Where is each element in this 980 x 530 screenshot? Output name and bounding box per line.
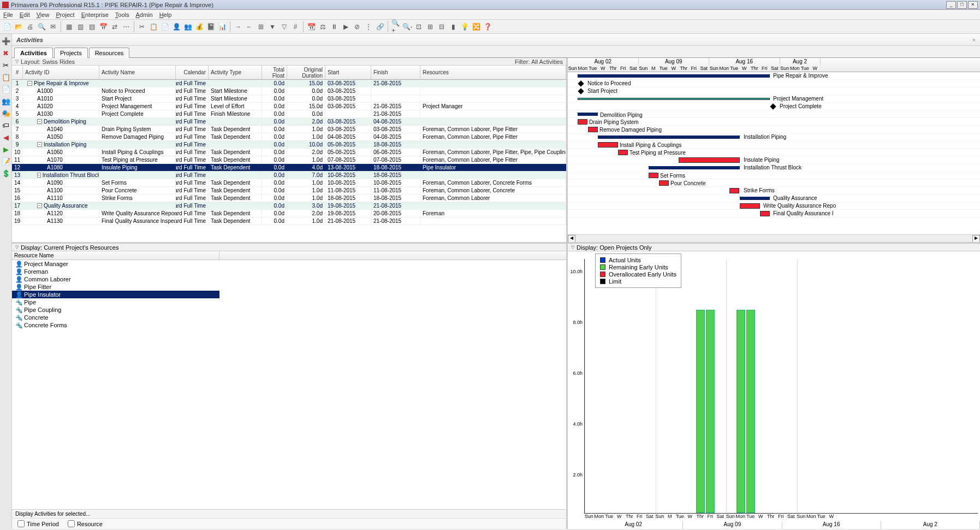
gantt-bar[interactable]: Demolition Piping (578, 113, 598, 116)
notebook-icon[interactable]: 📓 (206, 22, 216, 32)
activity-row[interactable]: 10A1060Install Piping & Couplingsndard F… (12, 149, 566, 156)
menu-help[interactable]: Help (159, 11, 172, 18)
dissolve-icon[interactable]: ⊘ (352, 22, 362, 32)
gantt-bar[interactable]: Install Piping & Couplings (598, 142, 618, 148)
minimize-button[interactable]: _ (946, 1, 956, 9)
collapse-icon[interactable]: − (27, 81, 32, 86)
suspend-icon[interactable]: ⏸ (329, 22, 339, 32)
activity-row[interactable]: 2A1000Notice to Proceedndard Full TimeSt… (12, 87, 566, 95)
activity-row[interactable]: 16A1110Strike Formsndard Full TimeTask D… (12, 195, 566, 202)
gantt-scrollbar[interactable]: ◀ ▶ (568, 234, 980, 242)
gantt-row[interactable]: Installation Piping (568, 133, 980, 141)
gantt-bar[interactable] (679, 157, 740, 163)
activity-row[interactable]: 18A1120Write Quality Assurance Reportnda… (12, 210, 566, 217)
expense-icon[interactable]: 💲 (2, 169, 10, 178)
activity-row[interactable]: 9−Installation Pipingndard Full Time0.0d… (12, 141, 566, 149)
resource-item[interactable]: 🔩Concrete Forms (12, 321, 566, 329)
codes-icon[interactable]: 🏷 (2, 121, 10, 130)
cost-icon[interactable]: 💰 (194, 22, 204, 32)
resource-header-name[interactable]: Resource Name (12, 251, 219, 260)
steps2-icon[interactable]: 📝 (2, 157, 10, 166)
gantt-row[interactable]: Quality Assurance (568, 195, 980, 202)
menu-project[interactable]: Project (56, 11, 74, 18)
gantt-bar[interactable] (598, 136, 740, 139)
open-icon[interactable]: 📂 (14, 22, 23, 32)
scroll-right-icon[interactable]: ▶ (972, 235, 980, 243)
col-float[interactable]: Total Float (262, 66, 287, 79)
gantt-row[interactable]: Installation Thrust Block (568, 164, 980, 172)
histogram-bar[interactable] (737, 310, 745, 513)
activity-row[interactable]: 7A1040Drain Piping Systemndard Full Time… (12, 126, 566, 133)
timescale-icon[interactable]: 📅 (98, 22, 108, 32)
layout-bar[interactable]: ▽ Layout: Swiss Rides Filter: All Activi… (12, 58, 566, 66)
steps-icon[interactable]: ⋮ (364, 22, 373, 32)
gantt-row[interactable]: Remove Damaged Piping (568, 126, 980, 133)
tab-projects[interactable]: Projects (54, 48, 88, 58)
zoomfit-icon[interactable]: ⊡ (414, 22, 424, 32)
resource-item[interactable]: 🔩Concrete (12, 314, 566, 321)
print-icon[interactable]: 🖨 (25, 22, 35, 32)
col-dur[interactable]: Original Duration (287, 66, 325, 79)
new-icon[interactable]: 📄 (2, 22, 12, 32)
gantt-bar[interactable]: Test Piping at Pressure (618, 150, 628, 155)
resource-display-bar[interactable]: ▽ Display: Current Project's Resources (12, 244, 566, 251)
activity-row[interactable]: 19A1130Final Quality Assurance Inspectio… (12, 217, 566, 225)
gantt-row[interactable]: Insulate Piping (568, 156, 980, 164)
gantt-row[interactable]: Set Forms (568, 172, 980, 179)
scroll-left-icon[interactable]: ◀ (568, 235, 575, 243)
menu-edit[interactable]: Edit (20, 11, 30, 18)
resource-item[interactable]: 👤Common Laborer (12, 275, 566, 283)
gantt-bar[interactable] (649, 166, 740, 169)
link-icon[interactable]: 🔗 (375, 22, 385, 32)
tab-resources[interactable]: Resources (89, 48, 130, 58)
activity-row[interactable]: 14A1090Set Formsndard Full TimeTask Depe… (12, 179, 566, 187)
resource-item[interactable]: 🔩Pipe (12, 298, 566, 306)
activity-row[interactable]: 4A1020Project Managementndard Full TimeL… (12, 103, 566, 110)
gantt-bar[interactable] (740, 197, 770, 200)
resource-list[interactable]: 👤Project Manager👤Foreman👤Common Laborer👤… (12, 260, 566, 509)
menu-tools[interactable]: Tools (115, 11, 129, 18)
gantt-bar[interactable]: Set Forms (649, 173, 658, 178)
schedule-icon[interactable]: 📆 (306, 22, 316, 32)
filter2-icon[interactable]: ▽ (279, 22, 289, 32)
section-close-icon[interactable]: × (972, 37, 976, 43)
grid-body[interactable]: 1−Pipe Repair & Improvendard Full Time0.… (12, 80, 566, 242)
cut2-icon[interactable]: ✂ (2, 61, 10, 70)
collapse-icon[interactable]: − (37, 142, 42, 147)
activity-row[interactable]: 11A1070Test Piping at Pressurendard Full… (12, 156, 566, 164)
resource-item[interactable]: 👤Pipe Insulator (12, 291, 219, 298)
collapse-icon[interactable]: − (37, 203, 42, 208)
gantt-bar[interactable] (740, 203, 760, 209)
activity-row[interactable]: 6−Demolition Pipingndard Full Time0.0d2.… (12, 118, 566, 126)
relationships-icon[interactable]: ⇄ (110, 22, 120, 32)
activity-row[interactable]: 17−Quality Assurancendard Full Time0.0d3… (12, 202, 566, 210)
col-cal[interactable]: Calendar (176, 66, 209, 79)
activity-row[interactable]: 13−Installation Thrust Blockndard Full T… (12, 172, 566, 179)
col-res[interactable]: Resources (420, 66, 566, 79)
help-icon[interactable]: ❓ (483, 22, 492, 32)
col-num[interactable]: # (12, 66, 23, 79)
resource-checkbox[interactable]: Resource (68, 520, 103, 527)
gantt-row[interactable]: Final Quality Assurance I (568, 210, 980, 217)
gantt-pane[interactable]: Aug 02Aug 09Aug 16Aug 2 SunMonTueWThrFri… (568, 58, 980, 242)
gantt-row[interactable]: Drain Piping System (568, 118, 980, 126)
col-name[interactable]: Activity Name (99, 66, 176, 79)
gantt-row[interactable]: Test Piping at Pressure (568, 149, 980, 156)
paste2-icon[interactable]: 📄 (2, 85, 10, 94)
gantt-row[interactable]: Notice to Proceed (568, 80, 980, 87)
columns-icon[interactable]: ▥ (75, 22, 85, 32)
copy-icon[interactable]: 📋 (149, 22, 158, 32)
gantt-row[interactable]: Project Complete (568, 103, 980, 110)
activity-row[interactable]: 5A1030Project Completendard Full TimeFin… (12, 110, 566, 118)
progress-icon[interactable]: ▮ (448, 22, 458, 32)
layout-icon[interactable]: ▦ (64, 22, 74, 32)
hash-icon[interactable]: # (290, 22, 300, 32)
tab-activities[interactable]: Activities (14, 48, 53, 58)
paste-icon[interactable]: 📄 (160, 22, 170, 32)
roles-icon[interactable]: 🎭 (2, 109, 10, 118)
gantt-bar[interactable]: Remove Damaged Piping (588, 127, 598, 132)
gantt-row[interactable]: Install Piping & Couplings (568, 141, 980, 149)
collapse-icon[interactable]: ⊟ (437, 22, 447, 32)
expand-icon[interactable]: ⊞ (425, 22, 435, 32)
histogram-bar[interactable] (706, 310, 715, 513)
